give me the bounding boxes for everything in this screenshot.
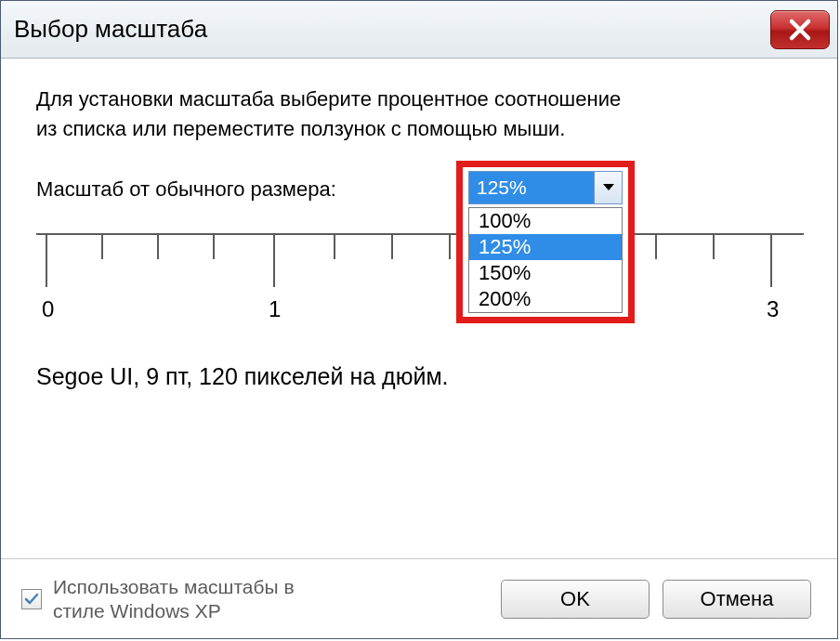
scale-option-100[interactable]: 100% [469,208,622,234]
close-icon [788,18,812,42]
description-line2: из списка или переместите ползунок с пом… [36,117,565,140]
ruler-tick [334,233,335,259]
ruler-tick [101,233,103,259]
scale-option-125[interactable]: 125% [469,234,622,260]
client-area: Для установки масштаба выберите процентн… [1,59,837,638]
dpi-status-text: Segoe UI, 9 пт, 120 пикселей на дюйм. [36,363,449,390]
window-title: Выбор масштаба [14,15,207,44]
scale-combobox[interactable]: 125% [468,171,623,204]
scale-row: Масштаб от обычного размера: [36,172,804,202]
dialog-window: Выбор масштаба Для установки масштаба вы… [0,0,838,639]
xp-style-checkbox-label: Использовать масштабы в стиле Windows XP [53,575,295,621]
ruler-tick [770,233,772,287]
ruler-tick [655,233,657,259]
ruler-label-1: 1 [269,296,281,322]
scale-combobox-arrow[interactable] [594,172,622,203]
ruler-tick [449,233,451,259]
scale-combobox-value: 125% [469,172,594,203]
ruler[interactable]: 0 1 3 [36,215,804,326]
scale-option-150[interactable]: 150% [469,260,622,286]
checkbox-label-line2: стиле Windows XP [53,600,221,621]
ruler-baseline [36,233,804,235]
ruler-label-3: 3 [767,296,779,322]
description-text: Для установки масштаба выберите процентн… [36,85,804,144]
ruler-tick [273,233,275,287]
scale-option-200[interactable]: 200% [469,286,622,312]
xp-style-checkbox-group[interactable]: Использовать масштабы в стиле Windows XP [21,575,488,621]
ruler-tick [213,233,215,259]
ruler-tick [157,233,159,259]
ok-button[interactable]: OK [501,580,650,619]
chevron-down-icon [602,183,615,192]
cancel-button[interactable]: Отмена [663,580,811,619]
description-line1: Для установки масштаба выберите процентн… [36,87,621,111]
ruler-tick [391,233,393,259]
checkmark-icon [24,592,39,607]
checkbox-label-line1: Использовать масштабы в [53,576,295,597]
scale-combobox-highlight: 125% 100% 125% 150% 200% [456,161,635,323]
xp-style-checkbox[interactable] [21,589,42,609]
ruler-label-0: 0 [42,296,54,322]
dialog-footer: Использовать масштабы в стиле Windows XP… [1,558,837,638]
close-button[interactable] [770,10,830,49]
ruler-tick [713,233,715,259]
scale-label: Масштаб от обычного размера: [36,172,336,202]
ruler-tick [46,233,47,287]
title-bar: Выбор масштаба [1,1,837,59]
scale-combobox-list[interactable]: 100% 125% 150% 200% [468,207,623,313]
